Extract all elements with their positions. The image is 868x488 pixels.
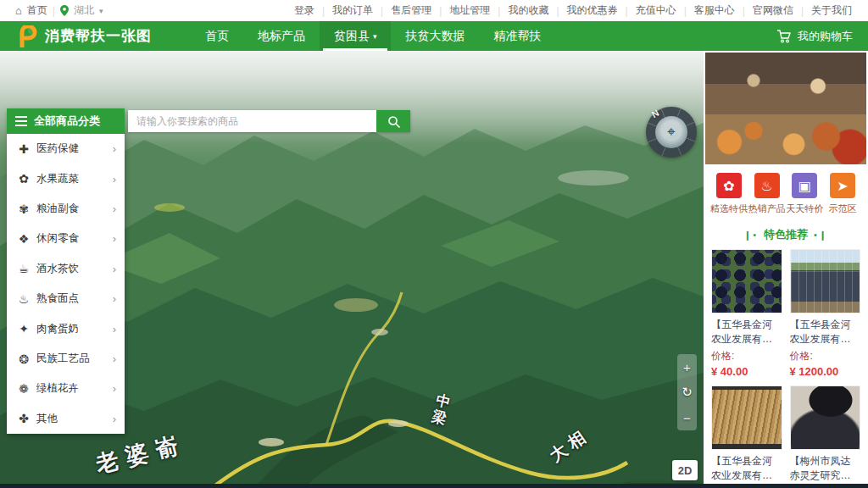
cart-button[interactable]: 我的购物车 [776,29,853,44]
plant-flower-icon: ❁ [15,382,32,396]
mode-2d-button[interactable]: 2D [672,460,698,480]
category-medicine[interactable]: ✚医药保健› [7,134,125,164]
brand[interactable]: 消费帮扶一张图 [17,25,152,47]
featured-section-header: ❙• 特色推荐 •❙ [704,227,868,242]
category-fruit-vegetable[interactable]: ✿水果蔬菜› [7,164,125,193]
hamburger-icon [15,116,27,126]
product-image-greenhouse [790,249,861,313]
home-icon: ⌂ [15,4,22,17]
wechat-link[interactable]: 官网微信 [745,3,801,18]
right-panel: ✿ 精选特供 ♨ 热销产品 ▣ 天天特价 ➤ 示范区 ❙• 特色推荐 •❙ [704,51,868,488]
cart-label: 我的购物车 [798,29,853,44]
product-grid: 【五华县金河农业发展有… 价格: ¥ 40.00 【五华县金河农业发展有… 价格… [704,249,868,488]
quick-link-featured-supply[interactable]: ✿ 精选特供 [710,173,748,215]
chevron-right-icon: › [113,413,116,425]
price-label: 价格: [711,349,782,363]
snack-icon: ❖ [15,232,32,246]
product-price: ¥ 40.00 [711,365,782,378]
recharge-center-link[interactable]: 充值中心 [628,3,684,18]
brand-title: 消费帮扶一张图 [45,26,152,46]
main-navbar: 消费帮扶一张图 首页 地标产品 贫困县 ▾ 扶贫大数据 精准帮扶 我的购物车 [0,21,868,51]
category-drinks-tea[interactable]: ☕酒水茶饮› [7,254,125,284]
nav-item-poverty-bigdata[interactable]: 扶贫大数据 [391,21,479,51]
search-icon [387,115,400,128]
nav-item-targeted-assistance[interactable]: 精准帮扶 [479,21,555,51]
location-selector[interactable]: 湖北 [74,3,94,18]
category-ethnic-crafts[interactable]: ❂民族工艺品› [7,344,125,374]
topbar-links: 登录| 我的订单| 售后管理| 地址管理| 我的收藏| 我的优惠券| 充值中心|… [287,3,860,18]
product-title: 【五华县金河农业发展有… [790,318,861,347]
product-title: 【五华县金河农业发展有… [711,318,782,347]
quick-link-hot-products[interactable]: ♨ 热销产品 [748,173,786,215]
product-title: 【梅州市凤达赤灵芝研究… [790,454,861,483]
section-deco-left: ❙• [743,230,758,241]
poultry-farm-photo[interactable] [705,53,866,164]
bottom-edge-strip [0,484,868,488]
category-other[interactable]: ✤其他› [7,404,125,434]
product-card[interactable]: 【五华县金河农业发展有… 价格: ¥ 50.00 [711,385,782,488]
chevron-right-icon: › [113,173,116,186]
cooked-food-icon: ♨ [15,292,32,306]
product-image-dried-goods [711,385,782,450]
terrain-map[interactable]: 老婆嵛 中梁 大相 全部商品分类 ✚医药保健› ✿水果蔬菜› ✾粮油副食› [0,51,704,488]
nav-item-home[interactable]: 首页 [191,21,243,51]
chevron-down-icon: ▾ [373,32,377,41]
quick-link-label: 示范区 [828,202,856,215]
product-title: 【五华县金河农业发展有… [711,454,782,483]
compass-gimbal-icon[interactable]: ⌖ [655,116,687,148]
about-us-link[interactable]: 关于我们 [804,3,860,18]
section-deco-right: •❙ [814,230,828,241]
search-button[interactable] [376,110,410,132]
quick-links: ✿ 精选特供 ♨ 热销产品 ▣ 天天特价 ➤ 示范区 [704,166,868,219]
chevron-right-icon: › [113,382,116,395]
category-snacks[interactable]: ❖休闲零食› [7,224,125,253]
chevron-right-icon: › [113,263,116,275]
featured-supply-icon: ✿ [716,173,742,198]
product-card[interactable]: 【五华县金河农业发展有… 价格: ¥ 1200.00 [790,249,861,378]
nav-item-poor-counties[interactable]: 贫困县 ▾ [320,21,391,51]
cart-icon [776,30,792,43]
after-sales-link[interactable]: 售后管理 [383,3,439,18]
zoom-out-button[interactable]: − [677,405,697,430]
product-price: ¥ 1200.00 [790,365,861,378]
all-categories-header[interactable]: 全部商品分类 [7,108,125,134]
product-card[interactable]: 【五华县金河农业发展有… 价格: ¥ 40.00 [711,249,782,378]
address-mgmt-link[interactable]: 地址管理 [442,3,498,18]
chevron-right-icon: › [113,352,116,365]
product-card[interactable]: 【梅州市凤达赤灵芝研究… 价格: ¥ 499.00 [790,385,861,488]
home-link[interactable]: 首页 [27,3,47,18]
category-grain-oil[interactable]: ✾粮油副食› [7,194,125,224]
top-utility-bar: ⌂ 首页 | 湖北 ▾ 登录| 我的订单| 售后管理| 地址管理| 我的收藏| … [0,0,868,21]
nav-item-landmark-products[interactable]: 地标产品 [243,21,320,51]
category-plants-flowers[interactable]: ❁绿植花卉› [7,374,125,403]
coupons-link[interactable]: 我的优惠券 [559,3,626,18]
location-pin-icon [60,5,69,16]
zoom-in-button[interactable]: + [677,354,697,380]
my-orders-link[interactable]: 我的订单 [325,3,381,18]
category-list: ✚医药保健› ✿水果蔬菜› ✾粮油副食› ❖休闲零食› ☕酒水茶饮› ♨熟食面点… [7,134,125,434]
chevron-right-icon: › [113,292,116,305]
reset-view-button[interactable]: ↻ [677,380,697,405]
search-input[interactable] [128,110,376,132]
all-categories-label: 全部商品分类 [34,114,100,129]
category-cooked-food[interactable]: ♨熟食面点› [7,284,125,313]
quick-link-demo-zone[interactable]: ➤ 示范区 [824,173,861,215]
grain-oil-icon: ✾ [15,202,32,216]
compass-control[interactable]: N ⌖ [646,107,697,158]
chevron-down-icon: ▾ [99,7,103,15]
login-link[interactable]: 登录 [287,3,322,18]
quick-link-daily-deals[interactable]: ▣ 天天特价 [786,173,823,215]
chevron-right-icon: › [113,232,116,245]
service-center-link[interactable]: 客服中心 [687,3,743,18]
chevron-right-icon: › [113,142,116,155]
product-search [128,110,410,132]
demo-zone-icon: ➤ [830,173,855,198]
divider: | [53,5,55,17]
brand-logo-icon [17,25,37,47]
category-meat-egg-milk[interactable]: ✦肉禽蛋奶› [7,313,125,343]
medicine-icon: ✚ [15,142,32,156]
favorites-link[interactable]: 我的收藏 [500,3,556,18]
quick-link-label: 精选特供 [710,202,748,215]
nav-menu: 首页 地标产品 贫困县 ▾ 扶贫大数据 精准帮扶 [191,21,555,51]
quick-link-label: 热销产品 [748,202,786,215]
